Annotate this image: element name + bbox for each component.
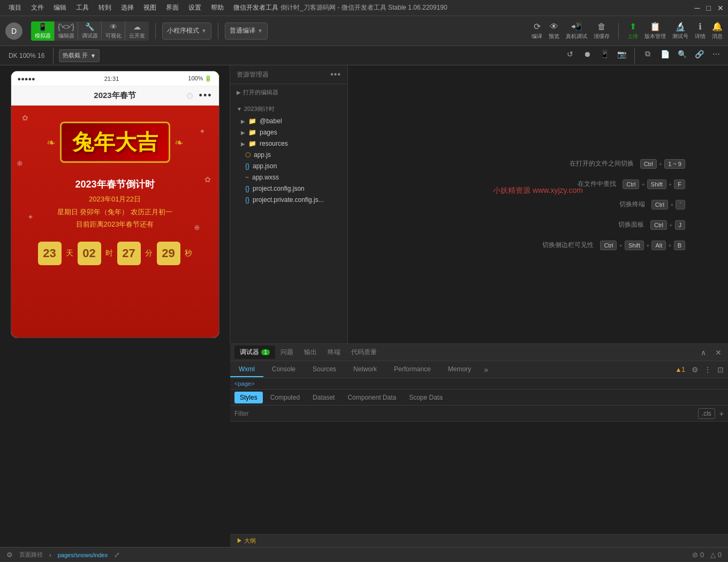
st-search-btn[interactable]: 🔍 bbox=[676, 48, 688, 61]
resources-label: resources bbox=[260, 140, 288, 147]
tree-item-projectprivate[interactable]: {} project.private.config.js... bbox=[232, 194, 345, 205]
message-label: 消息 bbox=[712, 33, 723, 40]
phone-nav-camera[interactable]: ⊙ bbox=[186, 91, 193, 101]
debugger-btn[interactable]: 🔧 调试器 bbox=[78, 21, 102, 41]
devtool-settings-btn[interactable]: ⚙ bbox=[689, 364, 700, 375]
panel-close-btn[interactable]: ✕ bbox=[713, 347, 724, 358]
menu-item-view[interactable]: 视图 bbox=[139, 1, 161, 14]
compile-dropdown[interactable]: 普通编译 ▼ bbox=[225, 23, 268, 40]
subtab-styles[interactable]: Styles bbox=[234, 392, 263, 403]
devtab-sources[interactable]: Sources bbox=[304, 362, 345, 377]
toolbar-sep-3 bbox=[618, 23, 619, 39]
phone-nav-dots[interactable]: ••• bbox=[199, 90, 213, 101]
menu-item-edit[interactable]: 编辑 bbox=[49, 1, 71, 14]
dk-info-text: DK 100% 16 bbox=[9, 52, 44, 59]
devtab-wxml[interactable]: Wxml bbox=[230, 362, 263, 377]
tree-item-appjs[interactable]: ⬡ app.js bbox=[232, 149, 345, 160]
tree-item-appwxss[interactable]: ~ app.wxss bbox=[232, 172, 345, 183]
panel-expand-btn[interactable]: ∧ bbox=[698, 347, 709, 358]
maximize-btn[interactable]: □ bbox=[707, 4, 711, 12]
menu-item-settings[interactable]: 设置 bbox=[184, 1, 206, 14]
minimize-btn[interactable]: ─ bbox=[695, 4, 700, 12]
cls-btn[interactable]: .cls bbox=[698, 408, 715, 419]
shortcut-toggle-sidebar-keys: Ctrl + Shift + Alt + B bbox=[600, 241, 685, 250]
visualize-btn[interactable]: 👁 可视化 bbox=[102, 21, 125, 41]
devtab-more-btn[interactable]: » bbox=[480, 362, 492, 377]
hotload-dropdown[interactable]: 热载截 开 ▼ bbox=[59, 49, 100, 62]
menu-item-wechat[interactable]: 微信开发者工具 bbox=[229, 1, 283, 14]
subtab-scope-data[interactable]: Scope Data bbox=[404, 392, 448, 403]
tree-item-pages[interactable]: ▶ 📁 pages bbox=[232, 127, 345, 138]
simulator-btn[interactable]: 📱 模拟器 bbox=[31, 21, 55, 41]
shortcut-toggle-panel: 切换面板 Ctrl + J bbox=[618, 220, 685, 230]
compile-btn[interactable]: ⟳ 编译 bbox=[532, 21, 542, 40]
filter-input[interactable] bbox=[234, 410, 694, 417]
sidebar-options-btn[interactable]: ••• bbox=[330, 70, 341, 79]
devtab-performance[interactable]: Performance bbox=[385, 362, 439, 377]
key-j: J bbox=[675, 220, 686, 230]
panel-tab-output[interactable]: 输出 bbox=[299, 346, 322, 359]
editor-label: 编辑器 bbox=[58, 32, 74, 40]
tree-item-projectconfig[interactable]: {} project.config.json bbox=[232, 183, 345, 194]
close-btn[interactable]: ✕ bbox=[717, 4, 724, 12]
panel-tab-problems[interactable]: 问题 bbox=[275, 346, 299, 359]
panel-tab-quality[interactable]: 代码质量 bbox=[346, 346, 382, 359]
avatar: D bbox=[5, 23, 22, 40]
phone-content: ✿ ✦ ❋ ✿ ✦ ❋ ❧ 兔年大吉 ❧ bbox=[11, 106, 219, 338]
realtest-btn[interactable]: 📲 真机调试 bbox=[566, 21, 587, 40]
add-style-btn[interactable]: + bbox=[719, 409, 724, 418]
cloud-icon: ☁ bbox=[133, 23, 141, 31]
subtab-dataset[interactable]: Dataset bbox=[307, 392, 340, 403]
preview-btn[interactable]: 👁 预览 bbox=[549, 22, 559, 40]
st-file-btn[interactable]: 📄 bbox=[658, 48, 671, 61]
tree-item-appjson[interactable]: {} app.json bbox=[232, 161, 345, 171]
devtab-console[interactable]: Console bbox=[263, 362, 304, 377]
countdown-seconds: 29 bbox=[157, 242, 180, 265]
menu-items: 项目 文件 编辑 工具 转到 选择 视图 界面 设置 帮助 微信开发者工具 bbox=[4, 1, 283, 14]
tree-item-resources[interactable]: ▶ 📁 resources bbox=[232, 138, 345, 149]
appwxss-icon: ~ bbox=[245, 174, 249, 181]
countdown-hour-unit: 时 bbox=[105, 249, 113, 258]
cloud-btn[interactable]: ☁ 云开发 bbox=[125, 21, 149, 41]
menu-item-help[interactable]: 帮助 bbox=[207, 1, 228, 14]
version-btn[interactable]: 📋 版本管理 bbox=[644, 21, 666, 40]
st-screenshot-btn[interactable]: 📷 bbox=[615, 48, 628, 61]
panel-tab-debugger[interactable]: 调试器 1 bbox=[234, 346, 275, 359]
errors-indicator[interactable]: ⊘ 0 bbox=[692, 551, 704, 559]
project-header[interactable]: ▼ 2023倒计时 bbox=[230, 103, 347, 115]
st-more-btn[interactable]: ⋯ bbox=[710, 48, 723, 61]
st-layers-btn[interactable]: ⧉ bbox=[641, 48, 654, 61]
menu-item-select[interactable]: 选择 bbox=[117, 1, 138, 14]
detail-btn[interactable]: ℹ 详情 bbox=[695, 21, 706, 40]
menu-item-interface[interactable]: 界面 bbox=[162, 1, 183, 14]
menu-item-goto[interactable]: 转到 bbox=[94, 1, 116, 14]
open-path-btn[interactable]: ⤢ bbox=[114, 551, 120, 559]
menu-item-file[interactable]: 文件 bbox=[27, 1, 48, 14]
panel-tabs: 调试器 1 问题 输出 终端 代码质量 ∧ ✕ bbox=[230, 344, 728, 361]
st-phone-btn[interactable]: 📱 bbox=[598, 48, 611, 61]
clearcache-btn[interactable]: 🗑 清缓存 bbox=[594, 22, 610, 40]
st-link-btn[interactable]: 🔗 bbox=[693, 48, 706, 61]
settings-status-btn[interactable]: ⚙ bbox=[6, 551, 13, 559]
warnings-indicator[interactable]: △ 0 bbox=[710, 551, 722, 559]
mode-dropdown[interactable]: 小程序模式 ▼ bbox=[162, 23, 211, 40]
open-editors-header[interactable]: ▶ 打开的编辑器 bbox=[230, 86, 347, 99]
panel-tab-terminal[interactable]: 终端 bbox=[322, 346, 346, 359]
st-record-btn[interactable]: ⏺ bbox=[581, 48, 594, 61]
devtool-dock-btn[interactable]: ⊡ bbox=[715, 364, 726, 375]
upload-btn[interactable]: ⬆ 上传 bbox=[627, 21, 638, 40]
devtab-network[interactable]: Network bbox=[345, 362, 385, 377]
hotload-label: 热载截 开 bbox=[63, 51, 88, 59]
subtab-computed[interactable]: Computed bbox=[265, 392, 305, 403]
editor-btn[interactable]: {'<>'} 编辑器 bbox=[55, 21, 78, 41]
key-plus-2: + bbox=[641, 181, 644, 188]
devtab-memory[interactable]: Memory bbox=[439, 362, 480, 377]
devtool-more-btn[interactable]: ⋮ bbox=[702, 364, 713, 375]
st-refresh-btn[interactable]: ↺ bbox=[564, 48, 577, 61]
message-btn[interactable]: 🔔 消息 bbox=[712, 21, 723, 40]
tree-item-babel[interactable]: ▶ 📁 @babel bbox=[232, 116, 345, 126]
test-btn[interactable]: 🔬 测试号 bbox=[672, 21, 688, 40]
menu-item-tools[interactable]: 工具 bbox=[72, 1, 93, 14]
menu-item-project[interactable]: 项目 bbox=[4, 1, 26, 14]
subtab-component-data[interactable]: Component Data bbox=[342, 392, 401, 403]
